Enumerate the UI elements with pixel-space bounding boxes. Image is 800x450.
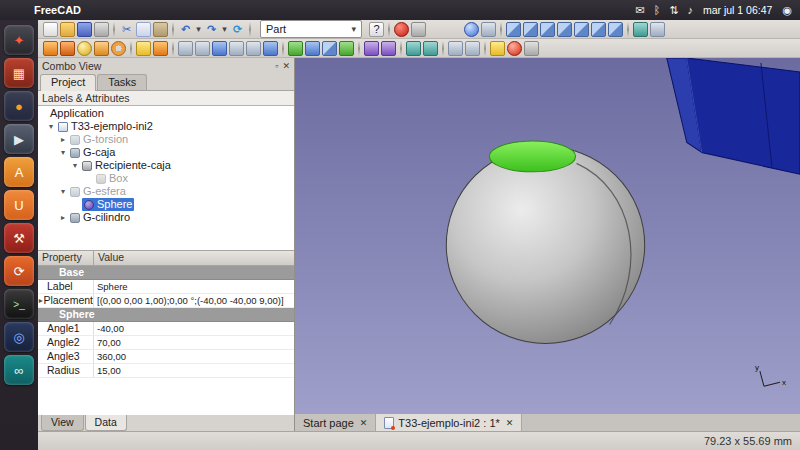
tree-item-g-torsion[interactable]: ▸ G-torsion — [38, 133, 294, 146]
float-panel-icon[interactable]: ▫ — [275, 61, 278, 71]
expander-arrow-icon[interactable]: ▸ — [58, 133, 68, 146]
property-row-label[interactable]: Label Sphere — [38, 280, 294, 294]
chamfer-icon[interactable] — [246, 41, 261, 56]
separator[interactable] — [388, 22, 390, 37]
separator[interactable] — [442, 41, 444, 56]
files-launcher-icon[interactable]: ▦ — [4, 58, 34, 88]
measure-linear-icon[interactable] — [490, 41, 505, 56]
separator[interactable] — [113, 22, 115, 37]
measure-clear-icon[interactable] — [524, 41, 539, 56]
offset-icon[interactable] — [448, 41, 463, 56]
tree-item-g-esfera[interactable]: ▾ G-esfera — [38, 185, 294, 198]
part-cylinder-icon[interactable] — [60, 41, 75, 56]
close-panel-icon[interactable]: ✕ — [282, 61, 290, 71]
property-section-base[interactable]: Base — [38, 266, 294, 280]
view-right-icon[interactable] — [557, 22, 572, 37]
part-box-icon[interactable] — [43, 41, 58, 56]
measure-distance-icon[interactable] — [633, 22, 648, 37]
clipping-plane-icon[interactable] — [650, 22, 665, 37]
new-document-icon[interactable] — [43, 22, 58, 37]
section-icon[interactable] — [406, 41, 421, 56]
property-row-angle3[interactable]: Angle3 360,00 — [38, 350, 294, 364]
view-rear-icon[interactable] — [574, 22, 589, 37]
network-icon[interactable]: ⇅ — [669, 4, 678, 17]
spacer[interactable] — [428, 22, 462, 37]
clock[interactable]: mar jul 1 06:47 — [703, 4, 772, 16]
separator[interactable] — [172, 22, 174, 37]
separator[interactable] — [282, 41, 284, 56]
print-icon[interactable] — [94, 22, 109, 37]
firefox-launcher-icon[interactable]: ● — [4, 91, 34, 121]
macro-record-icon[interactable] — [394, 22, 409, 37]
separator[interactable] — [400, 41, 402, 56]
expander-arrow-icon[interactable]: ▾ — [58, 146, 68, 159]
tab-document[interactable]: T33-ejemplo-ini2 : 1* ✕ — [376, 414, 522, 431]
session-menu-icon[interactable]: ◉ — [782, 4, 792, 17]
mirror-icon[interactable] — [212, 41, 227, 56]
close-tab-icon[interactable]: ✕ — [506, 418, 514, 428]
property-section-sphere[interactable]: Sphere — [38, 308, 294, 322]
boolean-cut-icon[interactable] — [322, 41, 337, 56]
separator[interactable] — [500, 22, 502, 37]
draw-style-icon[interactable] — [481, 22, 496, 37]
tab-tasks[interactable]: Tasks — [97, 74, 147, 90]
view-left-icon[interactable] — [608, 22, 623, 37]
software-updater-launcher-icon[interactable]: ⟳ — [4, 256, 34, 286]
view-front-icon[interactable] — [523, 22, 538, 37]
property-row-angle2[interactable]: Angle2 70,00 — [38, 336, 294, 350]
system-settings-launcher-icon[interactable]: ⚒ — [4, 223, 34, 253]
paste-icon[interactable] — [153, 22, 168, 37]
ide-launcher-icon[interactable]: ◎ — [4, 322, 34, 352]
terminal-launcher-icon[interactable]: >_ — [4, 289, 34, 319]
save-icon[interactable] — [77, 22, 92, 37]
property-row-radius[interactable]: Radius 15,00 — [38, 364, 294, 378]
refresh-icon[interactable]: ⟳ — [230, 22, 245, 37]
tree-item-recipiente-caja[interactable]: ▾ Recipiente-caja — [38, 159, 294, 172]
boolean-union-icon[interactable] — [288, 41, 303, 56]
tree-item-g-caja[interactable]: ▾ G-caja — [38, 146, 294, 159]
software-center-launcher-icon[interactable]: A — [4, 157, 34, 187]
messages-icon[interactable]: ✉ — [635, 4, 644, 17]
close-tab-icon[interactable]: ✕ — [360, 418, 368, 428]
boolean-icon[interactable] — [339, 41, 354, 56]
boolean-common-icon[interactable] — [305, 41, 320, 56]
tree-item-sphere[interactable]: Sphere — [38, 198, 294, 211]
separator[interactable] — [130, 41, 132, 56]
separator[interactable] — [627, 22, 629, 37]
copy-icon[interactable] — [136, 22, 151, 37]
expander-arrow-icon[interactable]: ▸ — [58, 211, 68, 224]
arduino-launcher-icon[interactable]: ∞ — [4, 355, 34, 385]
fillet-icon[interactable] — [229, 41, 244, 56]
view-axonometric-icon[interactable] — [506, 22, 521, 37]
part-torus-icon[interactable] — [111, 41, 126, 56]
view-top-icon[interactable] — [540, 22, 555, 37]
tab-project[interactable]: Project — [40, 74, 96, 91]
ubuntu-one-launcher-icon[interactable]: U — [4, 190, 34, 220]
expander-arrow-icon[interactable]: ▾ — [58, 185, 68, 198]
extrude-icon[interactable] — [178, 41, 193, 56]
tree-item-document[interactable]: ▾ T33-ejemplo-ini2 — [38, 120, 294, 133]
whats-this-icon[interactable]: ? — [369, 22, 384, 37]
separator[interactable] — [172, 41, 174, 56]
loft-icon[interactable] — [364, 41, 379, 56]
tab-data[interactable]: Data — [85, 415, 127, 431]
view-bottom-icon[interactable] — [591, 22, 606, 37]
cross-sections-icon[interactable] — [423, 41, 438, 56]
revolve-icon[interactable] — [195, 41, 210, 56]
create-primitives-icon[interactable] — [136, 41, 151, 56]
separator[interactable] — [484, 41, 486, 56]
shape-builder-icon[interactable] — [153, 41, 168, 56]
part-cone-icon[interactable] — [94, 41, 109, 56]
freecad-launcher-icon[interactable]: ✦ — [4, 25, 34, 55]
tree-item-application[interactable]: Application — [38, 107, 294, 120]
sphere-top-face[interactable] — [489, 141, 575, 172]
tab-start-page[interactable]: Start page ✕ — [295, 414, 376, 431]
tree-item-g-cilindro[interactable]: ▸ G-cilindro — [38, 211, 294, 224]
property-row-placement[interactable]: ▸Placement [(0,00 0,00 1,00);0,00 °;(-40… — [38, 294, 294, 308]
part-sphere-icon[interactable] — [77, 41, 92, 56]
fit-all-icon[interactable] — [464, 22, 479, 37]
thickness-icon[interactable] — [465, 41, 480, 56]
media-player-launcher-icon[interactable]: ▶ — [4, 124, 34, 154]
tab-view[interactable]: View — [41, 415, 84, 431]
sweep-icon[interactable] — [381, 41, 396, 56]
